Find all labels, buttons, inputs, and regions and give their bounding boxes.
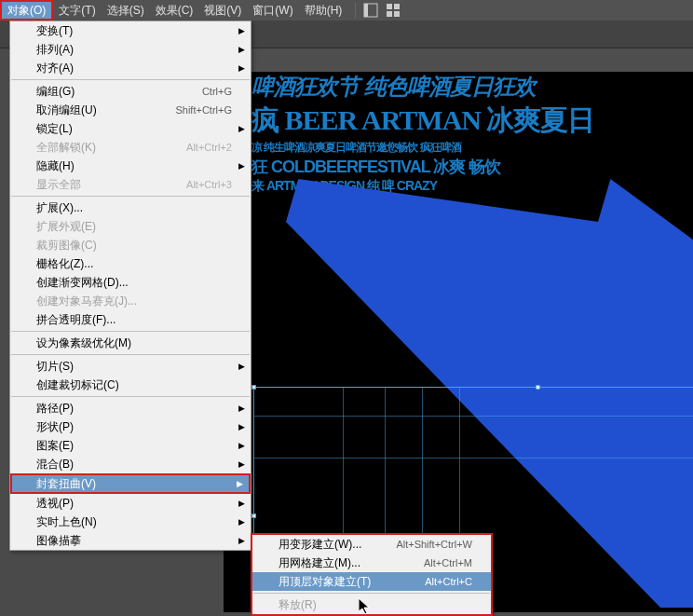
- submenu-arrow-icon: ▶: [238, 517, 245, 527]
- menu-item[interactable]: 形状(P)▶: [10, 418, 251, 436]
- menu-separator: [253, 593, 490, 594]
- menu-select[interactable]: 选择(S): [102, 0, 150, 21]
- menu-item-label: 混合(B): [36, 457, 232, 472]
- menu-separator: [11, 79, 250, 80]
- svg-rect-4: [387, 11, 392, 17]
- canvas-area[interactable]: 啤酒狂欢节 纯色啤酒夏日狂欢 疯 BEER ARTMAN 冰爽夏日 凉 纯生啤酒…: [251, 48, 693, 616]
- submenu-item-shortcut: Alt+Ctrl+M: [424, 557, 472, 568]
- menu-item[interactable]: 透视(P)▶: [10, 494, 251, 513]
- submenu-arrow-icon: ▶: [238, 499, 245, 508]
- menu-item-label: 显示全部: [36, 177, 186, 193]
- menu-item-label: 取消编组(U): [36, 103, 175, 118]
- svg-rect-1: [364, 4, 368, 17]
- menu-item-label: 变换(T): [36, 23, 232, 39]
- menu-object[interactable]: 对象(O): [0, 0, 53, 21]
- menu-item-label: 切片(S): [36, 359, 232, 375]
- submenu-item[interactable]: 用顶层对象建立(T)Alt+Ctrl+C: [252, 572, 491, 591]
- menu-item-label: 锁定(L): [36, 121, 232, 137]
- menu-item-label: 实时上色(N): [36, 514, 232, 530]
- menu-separator: [11, 354, 250, 355]
- menu-item-label: 图像描摹: [36, 533, 232, 549]
- menu-item-label: 排列(A): [36, 42, 232, 58]
- menu-item[interactable]: 实时上色(N)▶: [10, 513, 251, 531]
- menu-item[interactable]: 切片(S)▶: [10, 357, 251, 376]
- menu-item: 裁剪图像(C): [10, 236, 251, 254]
- submenu-item-label: 释放(R): [279, 597, 472, 613]
- menu-item[interactable]: 取消编组(U)Shift+Ctrl+G: [10, 101, 251, 119]
- menu-effect[interactable]: 效果(C): [150, 0, 199, 21]
- menu-item[interactable]: 扩展(X)...: [10, 198, 251, 217]
- cursor-pointer: [359, 598, 374, 616]
- menu-item[interactable]: 设为像素级优化(M): [10, 334, 251, 352]
- menu-item[interactable]: 对齐(A)▶: [10, 59, 251, 77]
- menu-item[interactable]: 锁定(L)▶: [10, 119, 251, 138]
- menu-item-label: 创建裁切标记(C): [36, 377, 232, 393]
- menu-item[interactable]: 隐藏(H)▶: [10, 157, 251, 175]
- layout-icon[interactable]: [363, 3, 378, 18]
- menu-item-label: 图案(E): [36, 438, 232, 454]
- menu-separator: [11, 396, 250, 397]
- separator: [355, 3, 356, 18]
- menu-item-label: 拼合透明度(F)...: [36, 312, 232, 328]
- menu-help[interactable]: 帮助(H): [299, 0, 348, 21]
- submenu-item-shortcut: Alt+Ctrl+C: [425, 576, 472, 587]
- text-artwork: 啤酒狂欢节 纯色啤酒夏日狂欢 疯 BEER ARTMAN 冰爽夏日 凉 纯生啤酒…: [251, 72, 693, 195]
- menu-item[interactable]: 拼合透明度(F)...: [10, 310, 251, 329]
- menu-separator: [11, 196, 250, 197]
- menu-item: 显示全部Alt+Ctrl+3: [10, 175, 251, 194]
- submenu-item-label: 用网格建立(M)...: [279, 555, 424, 571]
- submenu-arrow-icon: ▶: [238, 441, 245, 450]
- grid-icon[interactable]: [386, 3, 401, 18]
- menu-item[interactable]: 排列(A)▶: [10, 40, 251, 59]
- submenu-item-label: 用顶层对象建立(T): [279, 574, 425, 590]
- submenu-arrow-icon: ▶: [238, 63, 245, 73]
- menu-item[interactable]: 图案(E)▶: [10, 436, 251, 455]
- svg-rect-2: [387, 4, 392, 9]
- submenu-item-shortcut: Alt+Shift+Ctrl+W: [396, 539, 472, 550]
- submenu-arrow-icon: ▶: [238, 459, 245, 469]
- menu-item-label: 扩展外观(E): [36, 219, 232, 235]
- menu-view[interactable]: 视图(V): [198, 0, 247, 21]
- menu-item: 全部解锁(K)Alt+Ctrl+2: [10, 138, 251, 157]
- menu-item-label: 编组(G): [36, 84, 202, 100]
- menu-item-label: 栅格化(Z)...: [36, 256, 232, 272]
- menu-item[interactable]: 变换(T)▶: [10, 21, 251, 40]
- menu-item-label: 形状(P): [36, 419, 232, 435]
- svg-rect-3: [394, 4, 400, 9]
- submenu-item[interactable]: 用网格建立(M)...Alt+Ctrl+M: [252, 554, 491, 572]
- submenu-arrow-icon: ▶: [238, 404, 245, 413]
- menu-item[interactable]: 混合(B)▶: [10, 455, 251, 473]
- menu-item[interactable]: 栅格化(Z)...: [10, 254, 251, 273]
- submenu-arrow-icon: ▶: [238, 422, 245, 431]
- menu-item[interactable]: 图像描摹▶: [10, 531, 251, 550]
- submenu-item[interactable]: 用变形建立(W)...Alt+Shift+Ctrl+W: [252, 535, 491, 554]
- menu-item-label: 透视(P): [36, 496, 232, 512]
- menu-item-label: 创建渐变网格(D)...: [36, 275, 232, 291]
- menu-text[interactable]: 文字(T): [53, 0, 101, 21]
- menu-item[interactable]: 编组(G)Ctrl+G: [10, 82, 251, 101]
- menu-separator: [11, 331, 250, 332]
- menu-item-shortcut: Alt+Ctrl+3: [186, 179, 232, 190]
- menu-item[interactable]: 创建裁切标记(C): [10, 376, 251, 394]
- menu-item: 创建对象马赛克(J)...: [10, 292, 251, 310]
- menu-item-shortcut: Ctrl+G: [202, 86, 232, 97]
- menu-item[interactable]: 创建渐变网格(D)...: [10, 273, 251, 292]
- submenu-arrow-icon: ▶: [237, 479, 243, 488]
- menu-item-label: 路径(P): [36, 401, 232, 417]
- menu-item[interactable]: 封套扭曲(V)▶: [10, 473, 251, 494]
- menu-item-label: 对齐(A): [36, 61, 232, 76]
- menu-item-shortcut: Alt+Ctrl+2: [186, 142, 232, 153]
- object-menu-dropdown: 变换(T)▶排列(A)▶对齐(A)▶编组(G)Ctrl+G取消编组(U)Shif…: [9, 21, 251, 551]
- menu-item-label: 封套扭曲(V): [36, 476, 232, 492]
- menu-item-label: 创建对象马赛克(J)...: [36, 294, 232, 309]
- menu-item[interactable]: 路径(P)▶: [10, 399, 251, 418]
- menu-window[interactable]: 窗口(W): [247, 0, 298, 21]
- submenu-item-label: 用变形建立(W)...: [279, 537, 396, 553]
- submenu-arrow-icon: ▶: [238, 161, 245, 171]
- menu-item-label: 全部解锁(K): [36, 140, 186, 156]
- menubar-icons: [363, 3, 401, 18]
- menu-item-label: 隐藏(H): [36, 158, 232, 174]
- svg-rect-5: [394, 11, 400, 17]
- submenu-arrow-icon: ▶: [238, 536, 245, 545]
- artboard: 啤酒狂欢节 纯色啤酒夏日狂欢 疯 BEER ARTMAN 冰爽夏日 凉 纯生啤酒…: [224, 72, 693, 612]
